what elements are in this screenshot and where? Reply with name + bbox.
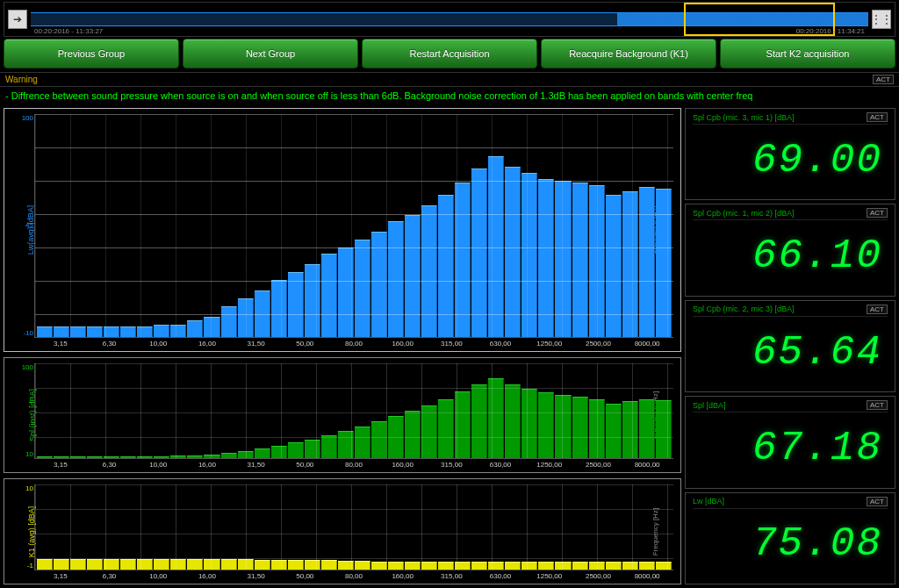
bar bbox=[37, 559, 53, 570]
readout-panel-0: Spl Cpb (mic. 3, mic 1) [dBA]ACT69.00 bbox=[685, 108, 895, 200]
bar bbox=[70, 456, 86, 458]
bar bbox=[606, 404, 622, 459]
bar bbox=[622, 562, 638, 570]
chart-lw-avg: Lw(avg) [dBA] Frequency [Hz] 10045-10 3,… bbox=[4, 108, 681, 352]
chart2-yticks: 10010 bbox=[11, 363, 33, 459]
bar bbox=[288, 560, 304, 570]
bar bbox=[438, 399, 454, 459]
bar bbox=[438, 562, 454, 570]
previous-group-button[interactable]: Previous Group bbox=[4, 39, 179, 68]
bar bbox=[137, 456, 153, 458]
bar bbox=[37, 326, 53, 337]
bar bbox=[505, 562, 521, 570]
bar bbox=[271, 446, 287, 458]
restart-acquisition-button[interactable]: Restart Acquisition bbox=[362, 39, 537, 68]
bar bbox=[137, 559, 153, 570]
bar bbox=[589, 185, 605, 337]
waveform-navigator[interactable]: ➔ 00:20:2016 - 11:33:27 00:20:2016 - 11:… bbox=[4, 2, 895, 37]
bar bbox=[204, 317, 219, 337]
bar bbox=[137, 326, 153, 337]
bar bbox=[656, 562, 672, 570]
bar bbox=[271, 560, 287, 570]
bar bbox=[338, 561, 354, 570]
bar bbox=[355, 240, 370, 337]
readout-act-badge: ACT bbox=[867, 305, 888, 314]
bar bbox=[238, 559, 254, 570]
bar bbox=[639, 399, 655, 459]
start-k2-button[interactable]: Start K2 acquisition bbox=[720, 39, 895, 68]
bar bbox=[271, 280, 287, 337]
bar bbox=[120, 559, 136, 570]
waveform-canvas[interactable]: 00:20:2016 - 11:33:27 00:20:2016 - 11:34… bbox=[31, 3, 868, 36]
readout-value: 67.18 bbox=[693, 412, 888, 484]
bar bbox=[572, 183, 588, 336]
bar bbox=[104, 326, 119, 337]
bar bbox=[255, 448, 270, 458]
charts-column: Lw(avg) [dBA] Frequency [Hz] 10045-10 3,… bbox=[4, 108, 681, 584]
chart3-xticks: 3,156,3010,0016,0031,5050,0080,00160,003… bbox=[34, 570, 673, 580]
nav-left-button[interactable]: ➔ bbox=[8, 10, 27, 29]
chart2-xticks: 3,156,3010,0016,0031,5050,0080,00160,003… bbox=[34, 459, 673, 469]
bar bbox=[255, 560, 270, 570]
bar bbox=[204, 455, 219, 459]
readout-act-badge: ACT bbox=[867, 400, 888, 410]
nav-right-button[interactable]: ⋮⋮ bbox=[872, 10, 891, 29]
bar bbox=[606, 562, 622, 570]
bar bbox=[305, 440, 320, 459]
bar bbox=[54, 456, 69, 458]
bar bbox=[538, 179, 554, 337]
bar bbox=[455, 562, 471, 570]
bar bbox=[305, 264, 320, 337]
bar bbox=[255, 290, 270, 337]
readout-label: Spl Cpb (mic. 2, mic 3) [dBA] bbox=[693, 305, 795, 313]
bar bbox=[321, 254, 337, 337]
chart2-plot[interactable]: 10010 bbox=[34, 363, 673, 460]
bar bbox=[104, 456, 119, 458]
bar bbox=[656, 400, 672, 458]
bar bbox=[421, 205, 437, 337]
next-group-button[interactable]: Next Group bbox=[183, 39, 358, 68]
reacquire-background-button[interactable]: Reacquire Background (K1) bbox=[541, 39, 716, 68]
bar bbox=[187, 320, 203, 336]
warning-act-badge: ACT bbox=[873, 75, 894, 84]
bar bbox=[538, 562, 554, 570]
bar bbox=[70, 326, 86, 337]
bar bbox=[388, 221, 404, 336]
chart1-xticks: 3,156,3010,0016,0031,5050,0080,00160,003… bbox=[34, 338, 673, 348]
readout-panel-1: Spl Cpb (mic. 1, mic 2) [dBA]ACT66.10 bbox=[685, 204, 895, 296]
bar bbox=[606, 195, 622, 336]
bar bbox=[572, 397, 588, 458]
bar bbox=[170, 455, 186, 459]
timestamp-right: 00:20:2016 - 11:34:21 bbox=[796, 27, 865, 35]
bar bbox=[488, 562, 504, 570]
bar bbox=[622, 401, 638, 458]
bar bbox=[521, 173, 537, 337]
bar bbox=[154, 559, 169, 570]
bar bbox=[371, 421, 387, 458]
bar bbox=[288, 272, 304, 337]
readout-act-badge: ACT bbox=[867, 112, 888, 122]
readout-label: Spl [dBA] bbox=[693, 401, 726, 410]
bar bbox=[488, 378, 504, 459]
bar bbox=[87, 326, 103, 337]
readout-value: 65.64 bbox=[693, 317, 888, 388]
bar bbox=[639, 187, 655, 337]
bar bbox=[120, 326, 136, 337]
chart3-plot[interactable]: 10-1 bbox=[34, 484, 673, 570]
chart1-plot[interactable]: 10045-10 bbox=[34, 114, 673, 338]
bar bbox=[355, 561, 370, 570]
bar bbox=[505, 167, 521, 337]
readout-value: 69.00 bbox=[693, 125, 888, 196]
bar bbox=[70, 559, 86, 570]
bar bbox=[405, 411, 421, 458]
bar bbox=[104, 559, 119, 570]
readout-label: Spl Cpb (mic. 3, mic 1) [dBA] bbox=[693, 113, 795, 122]
bar bbox=[288, 442, 304, 458]
bar bbox=[622, 191, 638, 337]
bar bbox=[521, 562, 537, 570]
bar bbox=[120, 456, 136, 458]
chart-k1-avg: K1 (avg) [dBA] Frequency [Hz] 10-1 3,156… bbox=[4, 478, 681, 584]
bar bbox=[455, 183, 471, 336]
bar bbox=[555, 181, 571, 337]
bar bbox=[371, 232, 387, 337]
